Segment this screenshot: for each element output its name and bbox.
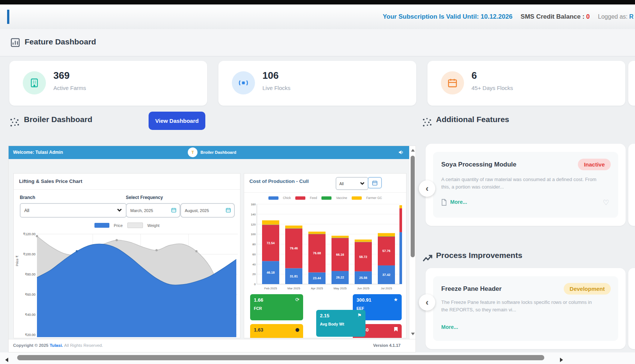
additional-features-title: Additional Features — [436, 115, 509, 124]
frame-vertical-scrollbar[interactable] — [409, 146, 416, 339]
bookmark-icon — [394, 327, 398, 332]
trending-up-icon — [422, 253, 433, 264]
top-header: Your Subscription Is Valid Until: 10.12.… — [0, 4, 635, 29]
svg-text:0: 0 — [254, 283, 256, 286]
heart-icon[interactable]: ♡ — [603, 198, 609, 207]
feature-card-description: A certain quantity of raw material was c… — [441, 176, 598, 191]
next-card-sliver — [628, 144, 635, 226]
status-badge-inactive: Inactive — [578, 159, 611, 170]
bar-chart-icon — [10, 37, 21, 48]
kpi-fcr: 1.66 ⟳ FCR — [250, 294, 303, 320]
embedded-title: Broiler Dashboard — [200, 150, 236, 155]
sync-icon: ⟳ — [295, 297, 299, 302]
svg-text:₹60.00: ₹60.00 — [25, 293, 35, 296]
brand-link[interactable]: Tulasi. — [50, 343, 63, 348]
more-link[interactable]: More... — [450, 199, 467, 205]
calendar-icon — [441, 71, 464, 94]
sparkle-dots-icon — [422, 117, 433, 128]
lifting-legend: Price Weight — [14, 223, 240, 228]
subscription-text: Your Subscription Is Valid Until: 10.12.… — [383, 13, 512, 21]
svg-text:Jun 2025: Jun 2025 — [357, 287, 370, 290]
screen: Your Subscription Is Valid Until: 10.12.… — [0, 0, 635, 364]
vaccine-swatch — [321, 196, 331, 200]
price-legend-label: Price — [114, 223, 123, 228]
svg-text:₹100.00: ₹100.00 — [23, 252, 35, 256]
live-icon — [232, 71, 255, 94]
broiler-section-title: Broiler Dashboard — [24, 115, 92, 124]
cost-filter-select[interactable]: All — [336, 177, 368, 190]
y-axis-title: Price ₹ — [15, 255, 19, 266]
svg-text:31.81: 31.81 — [290, 274, 298, 278]
more-link[interactable]: More... — [441, 324, 458, 330]
stat-card-45-days-flocks: 6 45+ Days Flocks — [427, 61, 625, 106]
svg-text:46.18: 46.18 — [267, 271, 275, 274]
embedded-header-center: T Broiler Dashboard — [188, 147, 236, 157]
avatar: T — [188, 147, 197, 157]
svg-text:140: 140 — [251, 213, 256, 216]
kpi-avg-body-wt: 2.15 ⚑ Avg Body Wt — [316, 310, 365, 337]
stat-label: Live Flocks — [262, 85, 290, 91]
feature-card-description: The Freeze Pane feature in software lock… — [441, 299, 598, 314]
carousel-prev-button[interactable]: ‹ — [419, 294, 435, 311]
sms-credit-value: 0 — [586, 13, 589, 20]
embedded-footer: Copyright © 2025 Tulasi. All Rights Rese… — [9, 339, 415, 352]
top-black-bar — [0, 0, 635, 4]
cost-panel-title: Cost of Production - Cull — [249, 178, 309, 184]
scroll-down-arrow-icon[interactable] — [411, 333, 415, 335]
stat-label: 45+ Days Flocks — [471, 85, 513, 91]
date-to-input[interactable]: August, 2025 — [180, 203, 235, 218]
svg-text:100: 100 — [251, 233, 256, 236]
building-icon — [23, 71, 46, 94]
cost-of-production-panel: Cost of Production - Cull All Chick — [244, 173, 407, 338]
svg-text:58.72: 58.72 — [359, 255, 367, 259]
svg-text:76.68: 76.68 — [313, 251, 321, 255]
horizontal-scroll-thumb[interactable] — [17, 355, 544, 360]
carousel-prev-button[interactable]: ‹ — [419, 180, 435, 197]
speaker-icon[interactable] — [398, 149, 404, 155]
soya-module-card: Soya Processing Module Inactive A certai… — [433, 152, 618, 218]
feature-card-title: Freeze Pane Header — [441, 285, 502, 293]
stat-value: 369 — [53, 70, 69, 81]
svg-text:40: 40 — [252, 263, 256, 266]
weight-legend-label: Weight — [147, 223, 160, 228]
price-swatch — [94, 223, 109, 228]
lifting-area-chart: ₹120.00₹100.00₹80.00₹60.00₹40.00₹20.00 — [20, 230, 238, 337]
feed-swatch — [295, 196, 305, 200]
chevron-down-icon — [117, 208, 122, 213]
svg-text:Mar 2025: Mar 2025 — [287, 287, 300, 290]
document-icon — [441, 199, 447, 206]
stat-card-active-farms: 369 Active Farms — [9, 61, 207, 106]
cost-stacked-bar-chart: 02040608010012014016046.1872.54Feb 20253… — [246, 201, 403, 293]
next-card-sliver — [628, 268, 635, 349]
svg-text:20: 20 — [252, 273, 256, 276]
embedded-body: Lifting & Sales Price Chart Branch Selec… — [9, 159, 409, 339]
branch-select[interactable]: All — [20, 203, 127, 218]
horizontal-scrollbar[interactable] — [0, 352, 635, 364]
cost-calendar-button[interactable] — [368, 177, 382, 189]
svg-text:37.42: 37.42 — [382, 273, 390, 277]
scroll-left-arrow-icon[interactable] — [5, 358, 8, 362]
feature-card-title: Soya Processing Module — [441, 161, 516, 168]
date-from-input[interactable]: March, 2025 — [126, 203, 180, 218]
weight-swatch — [127, 223, 143, 228]
svg-text:60: 60 — [252, 253, 256, 256]
scroll-up-arrow-icon[interactable] — [411, 149, 415, 152]
chevron-down-icon — [360, 181, 365, 186]
svg-text:May 2025: May 2025 — [333, 287, 347, 290]
lifting-sales-panel: Lifting & Sales Price Chart Branch Selec… — [13, 173, 240, 338]
cost-legend: Chick Feed Vaccine Farmer GC — [244, 196, 406, 200]
scroll-right-arrow-icon[interactable] — [560, 358, 563, 362]
sms-credit-text: SMS Credit Balance : 0 — [521, 13, 590, 21]
lifting-panel-header: Lifting & Sales Price Chart — [14, 174, 240, 190]
svg-text:Apr 2025: Apr 2025 — [311, 287, 323, 290]
stat-card-partial — [628, 61, 635, 106]
svg-text:72.54: 72.54 — [267, 241, 275, 245]
svg-text:₹20.00: ₹20.00 — [25, 333, 35, 337]
vertical-scroll-thumb[interactable] — [411, 156, 415, 257]
svg-text:80: 80 — [252, 243, 256, 246]
view-dashboard-button[interactable]: View Dashboard — [149, 112, 205, 130]
star-icon: ★ — [393, 297, 398, 302]
process-improvements-title: Process Improvements — [436, 251, 522, 260]
feed-icon: ● — [295, 327, 299, 332]
status-badge-development: Development — [564, 283, 611, 295]
